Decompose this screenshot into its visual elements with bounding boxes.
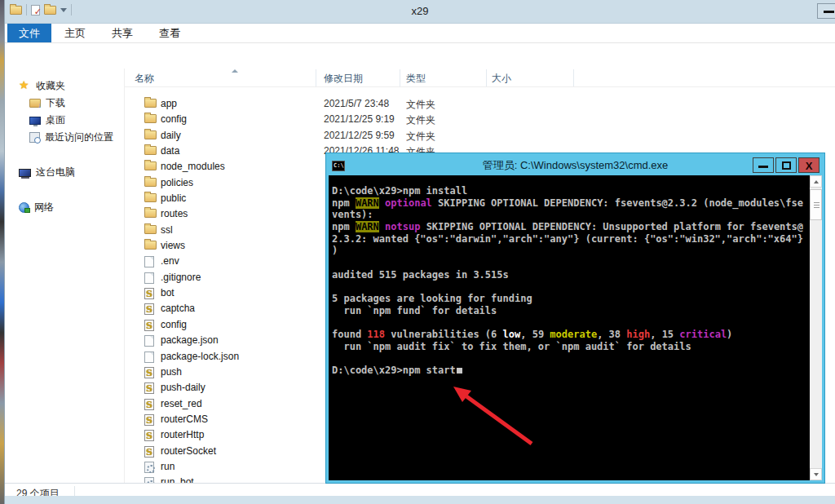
folder-icon bbox=[144, 241, 157, 250]
file-name: app bbox=[161, 98, 177, 109]
folder-icon bbox=[144, 114, 157, 123]
cmd-title: 管理员: C:\Windows\system32\cmd.exe bbox=[329, 158, 822, 173]
file-name: daily bbox=[161, 130, 181, 141]
sidebar: 收藏夹下载桌面最近访问的位置这台电脑网络 bbox=[5, 69, 124, 483]
star-icon bbox=[19, 80, 31, 92]
file-name: ssl bbox=[161, 224, 173, 236]
terminal-line: npm WARN notsup SKIPPING OPTIONAL DEPEND… bbox=[332, 221, 810, 233]
header-separator bbox=[573, 69, 574, 86]
column-header-date[interactable]: 修改日期 bbox=[324, 72, 363, 86]
file-row[interactable]: app2021/5/7 23:48文件夹 bbox=[125, 96, 835, 112]
gear-icon bbox=[144, 462, 154, 473]
file-name: run bbox=[161, 461, 175, 472]
window-title: x29 bbox=[5, 5, 835, 17]
terminal-output: D:\code\x29>npm installnpm WARN optional… bbox=[329, 175, 810, 480]
file-name: config bbox=[161, 319, 187, 330]
terminal-line bbox=[332, 353, 810, 365]
file-name: run_bot bbox=[161, 476, 194, 483]
file-name: views bbox=[161, 240, 185, 251]
sort-ascending-icon bbox=[232, 69, 238, 73]
terminal-line: found 118 vulnerabilities (6 low, 59 mod… bbox=[332, 329, 810, 341]
file-name: routerSocket bbox=[161, 445, 216, 457]
terminal-line: 2.3.2: wanted {"os":"darwin","arch":"any… bbox=[332, 233, 810, 245]
cmd-close-button[interactable]: X bbox=[798, 157, 820, 173]
file-name: package-lock.json bbox=[161, 351, 239, 362]
terminal-line: run `npm audit fix` to fix them, or `npm… bbox=[332, 341, 810, 353]
file-name: routerCMS bbox=[161, 413, 208, 425]
cmd-titlebar[interactable]: 管理员: C:\Windows\system32\cmd.exe X bbox=[329, 156, 822, 175]
folder-icon bbox=[144, 209, 157, 218]
folder-icon bbox=[144, 193, 157, 202]
file-name: reset_red bbox=[161, 398, 202, 409]
sidebar-item[interactable]: 最近访问的位置 bbox=[5, 129, 124, 146]
file-name: push-daily bbox=[161, 382, 205, 393]
js-icon bbox=[144, 414, 154, 426]
folder-icon bbox=[144, 130, 157, 139]
folder-icon bbox=[144, 146, 157, 155]
file-name: public bbox=[161, 192, 186, 204]
cmd-maximize-button[interactable] bbox=[775, 157, 797, 173]
sidebar-item[interactable]: 桌面 bbox=[5, 112, 124, 129]
file-row[interactable]: daily2021/12/25 9:59文件夹 bbox=[125, 128, 835, 144]
terminal-line: audited 515 packages in 3.515s bbox=[332, 269, 810, 281]
file-icon bbox=[144, 335, 154, 347]
file-name: captcha bbox=[161, 303, 195, 314]
file-icon bbox=[144, 272, 154, 284]
file-row[interactable]: config2021/12/25 9:19文件夹 bbox=[125, 112, 835, 127]
sidebar-item[interactable]: 下载 bbox=[5, 95, 124, 112]
desktop-icon bbox=[29, 117, 41, 125]
cmd-minimize-button[interactable] bbox=[753, 157, 774, 173]
ribbon-tabs: 文件主页共享查看 bbox=[5, 24, 835, 43]
file-name: node_modules bbox=[161, 161, 225, 172]
cmd-scrollbar[interactable] bbox=[810, 175, 822, 480]
terminal-line: ) bbox=[332, 245, 810, 257]
column-header-name[interactable]: 名称 bbox=[135, 72, 154, 86]
file-name: routerHttp bbox=[161, 429, 204, 440]
minimize-button[interactable] bbox=[817, 3, 835, 19]
navigation-row: ← → ↑ 这台电脑新加卷 (D:)codex29 ↻ bbox=[5, 43, 835, 69]
scroll-down-icon[interactable] bbox=[810, 468, 822, 480]
tab-file[interactable]: 文件 bbox=[7, 24, 51, 42]
tab-share[interactable]: 共享 bbox=[99, 24, 146, 42]
cmd-window-controls: X bbox=[753, 157, 820, 173]
file-name: bot bbox=[161, 287, 175, 298]
recent-places-icon bbox=[29, 132, 40, 143]
file-type: 文件夹 bbox=[406, 113, 435, 127]
sidebar-item[interactable]: 网络 bbox=[5, 199, 124, 216]
folder-icon bbox=[144, 178, 157, 187]
file-name: data bbox=[161, 145, 179, 157]
explorer-titlebar: x29 bbox=[5, 0, 835, 24]
js-icon bbox=[144, 399, 154, 410]
file-name: package.json bbox=[161, 334, 219, 346]
tab-home[interactable]: 主页 bbox=[51, 24, 99, 42]
file-date: 2021/12/25 9:59 bbox=[324, 130, 395, 141]
scrollbar-thumb[interactable] bbox=[810, 189, 822, 220]
js-icon bbox=[144, 446, 154, 458]
terminal-line: D:\code\x29>npm start bbox=[332, 365, 810, 377]
scroll-up-icon[interactable] bbox=[810, 175, 822, 188]
terminal-line: run `npm fund` for details bbox=[332, 305, 810, 317]
column-header-size[interactable]: 大小 bbox=[492, 72, 511, 86]
js-icon bbox=[144, 430, 154, 441]
sidebar-item[interactable]: 收藏夹 bbox=[5, 77, 124, 95]
terminal-line bbox=[332, 317, 810, 329]
folder-icon bbox=[144, 225, 157, 234]
file-name: policies bbox=[161, 177, 193, 188]
sidebar-item-label: 网络 bbox=[34, 201, 54, 214]
file-type: 文件夹 bbox=[406, 130, 435, 144]
file-icon bbox=[144, 351, 154, 363]
sidebar-item-label: 桌面 bbox=[46, 113, 65, 127]
sidebar-item[interactable]: 这台电脑 bbox=[5, 164, 124, 181]
terminal-line bbox=[332, 281, 810, 294]
sidebar-item-label: 最近访问的位置 bbox=[45, 130, 113, 144]
column-header-type[interactable]: 类型 bbox=[406, 72, 426, 86]
file-date: 2021/12/25 9:19 bbox=[324, 113, 395, 125]
tab-view[interactable]: 查看 bbox=[146, 24, 193, 42]
file-name: config bbox=[161, 113, 187, 125]
js-icon bbox=[144, 288, 154, 299]
header-separator bbox=[400, 69, 400, 86]
js-icon bbox=[144, 320, 154, 331]
sidebar-item-label: 收藏夹 bbox=[36, 79, 65, 93]
file-name: routes bbox=[161, 208, 188, 219]
terminal-line: D:\code\x29>npm install bbox=[332, 185, 810, 197]
